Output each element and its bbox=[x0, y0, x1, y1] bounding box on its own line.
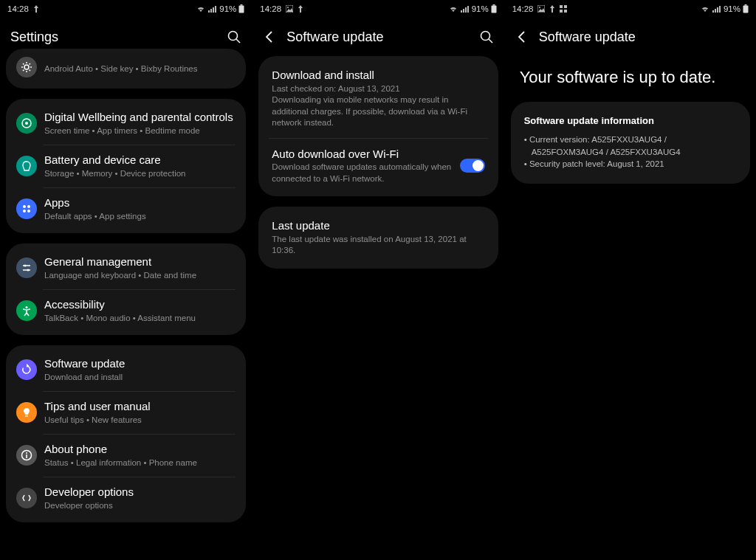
hero-text: Your software is up to date. bbox=[505, 56, 756, 102]
svg-rect-42 bbox=[717, 7, 718, 13]
settings-row-sliders[interactable]: General managementLanguage and keyboard … bbox=[6, 246, 246, 289]
settings-list: Advanced featuresAndroid Auto • Side key… bbox=[0, 49, 252, 522]
back-button[interactable] bbox=[263, 30, 276, 44]
settings-row-battery[interactable]: Battery and device careStorage • Memory … bbox=[6, 145, 246, 187]
svg-rect-41 bbox=[715, 9, 716, 13]
row-sub: Developer options bbox=[44, 500, 234, 512]
search-button[interactable] bbox=[479, 30, 494, 44]
wifi-icon bbox=[448, 5, 458, 13]
svg-rect-39 bbox=[564, 10, 567, 13]
svg-point-25 bbox=[287, 7, 289, 8]
settings-row-tips[interactable]: Tips and user manualUseful tips • New fe… bbox=[6, 391, 246, 434]
row-title: About phone bbox=[44, 442, 234, 457]
screen-up-to-date: 14:28 91% Software update Your software … bbox=[504, 0, 756, 560]
row-title: Digital Wellbeing and parental controls bbox=[44, 110, 234, 125]
settings-row-info[interactable]: About phoneStatus • Legal information • … bbox=[6, 434, 246, 477]
row-sub: Last checked on: August 13, 2021 Downloa… bbox=[272, 83, 484, 129]
auto-download-toggle[interactable] bbox=[460, 159, 485, 173]
info-bullet: Current version: A525FXXU3AUG4 / A525FOX… bbox=[524, 134, 737, 158]
status-bar: 14:28 91% bbox=[0, 0, 252, 18]
signal-icon bbox=[712, 5, 721, 13]
svg-rect-31 bbox=[491, 6, 496, 13]
row-title: Apps bbox=[44, 196, 234, 210]
svg-point-32 bbox=[481, 32, 489, 41]
search-button[interactable] bbox=[227, 30, 241, 44]
row-sub: Useful tips • New features bbox=[44, 415, 234, 426]
grid-icon bbox=[560, 5, 567, 13]
update-card-last: Last update The last update was installe… bbox=[258, 207, 498, 269]
svg-rect-2 bbox=[213, 7, 214, 13]
svg-point-12 bbox=[27, 205, 30, 208]
svg-rect-44 bbox=[744, 4, 746, 6]
svg-line-7 bbox=[236, 39, 240, 43]
row-title: Auto download over Wi-Fi bbox=[272, 147, 452, 162]
sliders-icon bbox=[16, 257, 37, 278]
status-time: 14:28 bbox=[7, 4, 29, 13]
svg-point-11 bbox=[23, 205, 26, 208]
settings-row-dev[interactable]: Developer optionsDeveloper options bbox=[6, 477, 246, 519]
update-icon bbox=[16, 359, 37, 380]
row-title: Developer options bbox=[44, 485, 234, 499]
settings-row-gear[interactable]: Advanced featuresAndroid Auto • Side key… bbox=[6, 49, 246, 86]
status-battery-pct: 91% bbox=[724, 4, 740, 13]
svg-point-18 bbox=[27, 269, 30, 272]
svg-rect-0 bbox=[208, 10, 210, 13]
svg-rect-28 bbox=[465, 7, 467, 13]
update-card-main: Download and install Last checked on: Au… bbox=[258, 56, 498, 196]
row-sub: Status • Legal information • Phone name bbox=[44, 457, 234, 469]
signal-icon bbox=[208, 5, 217, 13]
settings-row-wellbeing[interactable]: Digital Wellbeing and parental controlsS… bbox=[6, 102, 246, 145]
row-title: General management bbox=[44, 255, 234, 269]
dev-icon bbox=[16, 488, 37, 508]
gear-icon bbox=[16, 57, 37, 77]
settings-row-update[interactable]: Software updateDownload and install bbox=[6, 348, 246, 391]
svg-point-10 bbox=[25, 122, 28, 125]
header: Software update bbox=[505, 18, 756, 56]
last-update-row[interactable]: Last update The last update was installe… bbox=[258, 210, 498, 266]
svg-rect-26 bbox=[461, 10, 462, 13]
svg-rect-5 bbox=[239, 6, 244, 13]
page-title: Software update bbox=[286, 30, 478, 45]
status-battery-pct: 91% bbox=[219, 4, 236, 13]
tips-icon bbox=[16, 402, 37, 423]
svg-rect-30 bbox=[492, 4, 495, 6]
a11y-icon bbox=[16, 300, 37, 321]
row-sub: TalkBack • Mono audio • Assistant menu bbox=[44, 313, 234, 325]
back-button[interactable] bbox=[515, 30, 529, 44]
screen-settings: 14:28 91% Settings Advanced featuresAndr… bbox=[0, 0, 252, 560]
settings-row-a11y[interactable]: AccessibilityTalkBack • Mono audio • Ass… bbox=[6, 289, 246, 332]
wifi-icon bbox=[700, 5, 710, 13]
svg-point-16 bbox=[24, 265, 27, 267]
image-icon bbox=[286, 5, 293, 13]
svg-rect-1 bbox=[210, 9, 212, 13]
apps-icon bbox=[16, 198, 37, 219]
svg-line-33 bbox=[489, 39, 492, 43]
row-sub: Download and install bbox=[44, 372, 234, 384]
status-time: 14:28 bbox=[260, 4, 281, 13]
page-title: Settings bbox=[10, 30, 227, 45]
svg-rect-37 bbox=[564, 5, 567, 8]
svg-point-35 bbox=[539, 7, 540, 8]
upload-icon bbox=[549, 5, 555, 13]
row-sub: The last update was installed on August … bbox=[272, 234, 484, 257]
svg-rect-29 bbox=[467, 6, 469, 13]
svg-point-14 bbox=[27, 210, 30, 212]
status-battery-pct: 91% bbox=[472, 4, 489, 13]
svg-rect-20 bbox=[25, 415, 28, 417]
row-title: Battery and device care bbox=[44, 153, 234, 167]
svg-point-8 bbox=[24, 65, 29, 69]
download-install-row[interactable]: Download and install Last checked on: Au… bbox=[258, 59, 498, 138]
battery-icon bbox=[491, 4, 497, 13]
info-title: Software update information bbox=[524, 115, 737, 126]
signal-icon bbox=[461, 5, 470, 13]
svg-rect-36 bbox=[560, 5, 563, 8]
auto-download-row[interactable]: Auto download over Wi-Fi Download softwa… bbox=[258, 138, 498, 194]
svg-rect-43 bbox=[719, 6, 721, 13]
upload-icon bbox=[33, 5, 39, 13]
settings-group: Software updateDownload and installTips … bbox=[6, 345, 246, 522]
update-content: Download and install Last checked on: Au… bbox=[252, 56, 504, 269]
settings-group: Advanced featuresAndroid Auto • Side key… bbox=[6, 49, 246, 89]
svg-point-6 bbox=[229, 32, 238, 41]
status-bar: 14:28 91% bbox=[505, 0, 756, 18]
settings-row-apps[interactable]: AppsDefault apps • App settings bbox=[6, 187, 246, 230]
